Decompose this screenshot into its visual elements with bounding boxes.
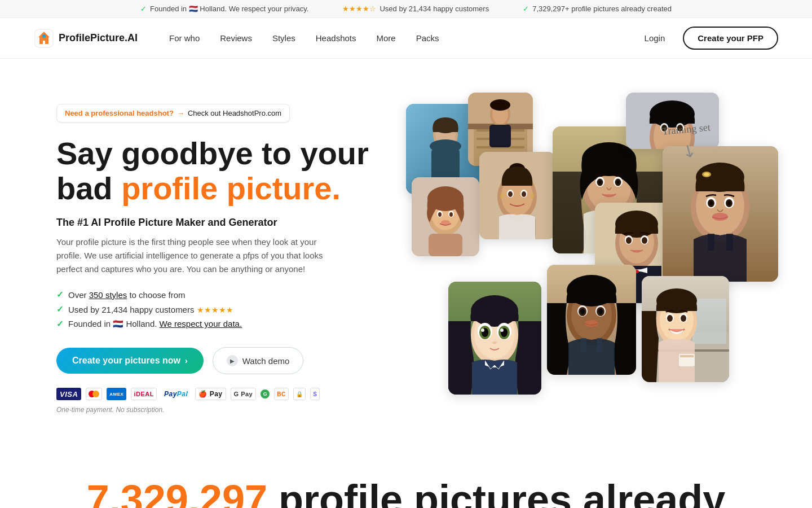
nav-more[interactable]: More (368, 29, 405, 47)
portrait-11 (642, 276, 729, 382)
feature-text-2: Used by 21,434 happy customers ★★★★★ (68, 305, 233, 314)
portrait-3 (412, 177, 479, 256)
privacy-link[interactable]: We respect your data. (160, 319, 242, 329)
navigation: ProfilePicture.AI For who Reviews Styles… (0, 18, 812, 59)
svg-point-49 (599, 181, 602, 184)
svg-point-120 (681, 315, 686, 322)
announcement-bar[interactable]: Need a professional headshot? → Check ou… (56, 104, 290, 122)
svg-rect-109 (597, 338, 602, 352)
svg-rect-122 (680, 355, 694, 357)
cta-row: Create your pictures now › ▶ Watch demo (56, 347, 372, 374)
hero-description: Your profile picture is the first thing … (56, 235, 338, 276)
feature-text-1: Over 350 styles to choose from (68, 290, 186, 300)
svg-point-65 (626, 237, 632, 244)
feature-text-3: Founded in 🇳🇱 Holland. We respect your d… (68, 319, 242, 329)
google-pay-badge: G Pay (231, 388, 257, 400)
cta-primary-button[interactable]: Create your pictures now › (56, 348, 204, 374)
svg-point-96 (492, 341, 497, 344)
amex-badge: AMEX (107, 388, 126, 400)
banner-item-1: ✓ Founded in 🇳🇱 Holland. We respect your… (140, 5, 308, 13)
apple-pay-badge: 🍎 Pay (195, 388, 226, 400)
banner-text-1: Founded in 🇳🇱 Holland. We respect your p… (150, 5, 308, 13)
svg-rect-82 (708, 234, 714, 251)
svg-rect-28 (429, 234, 462, 256)
feature-list: ✓ Over 350 styles to choose from ✓ Used … (56, 290, 372, 329)
svg-point-119 (667, 315, 673, 322)
cta-arrow: › (185, 356, 188, 365)
svg-point-34 (500, 193, 504, 199)
feature-item-2: ✓ Used by 21,434 happy customers ★★★★★ (56, 304, 372, 314)
check-icon-1: ✓ (140, 5, 147, 13)
svg-point-66 (642, 237, 647, 244)
nav-packs[interactable]: Packs (407, 29, 448, 47)
image-mosaic: Training set ↙ (406, 93, 778, 420)
logo[interactable]: ProfilePicture.AI (34, 28, 138, 49)
portrait-6 (626, 93, 719, 149)
feature-item-3: ✓ Founded in 🇳🇱 Holland. We respect your… (56, 319, 372, 329)
svg-point-27 (441, 220, 450, 225)
svg-point-39 (522, 191, 526, 197)
cta-secondary-button[interactable]: ▶ Watch demo (213, 347, 304, 374)
g-badge: G (261, 389, 270, 398)
svg-point-106 (598, 309, 603, 314)
paypal-badge: PayPal (161, 388, 191, 400)
banner-text-2: Used by 21,434 happy customers (379, 5, 489, 13)
portrait-8-svg (663, 146, 778, 282)
announcement-text: Check out HeadshotPro.com (188, 109, 281, 117)
styles-link[interactable]: 350 styles (89, 290, 127, 300)
nav-for-who[interactable]: For who (160, 29, 209, 47)
top-banner: ✓ Founded in 🇳🇱 Holland. We respect your… (0, 0, 812, 18)
svg-point-79 (709, 202, 713, 205)
svg-point-18 (490, 99, 510, 111)
svg-point-2 (42, 34, 46, 38)
announcement-highlight: Need a professional headshot? (65, 109, 174, 117)
svg-point-107 (585, 320, 598, 327)
payment-methods: VISA AMEX iDEAL PayPal 🍎 Pay G Pay G BC … (56, 388, 372, 400)
svg-point-25 (438, 212, 442, 217)
check-icon-f2: ✓ (56, 304, 64, 314)
banner-stars: ★★★★☆ (342, 5, 376, 13)
svg-point-94 (481, 329, 484, 332)
cta-secondary-label: Watch demo (242, 356, 290, 366)
hero-title: Say goodbye to your bad profile picture. (56, 136, 372, 205)
nav-styles[interactable]: Styles (263, 29, 304, 47)
stripe-badge: S (310, 388, 320, 400)
nav-reviews[interactable]: Reviews (211, 29, 261, 47)
portrait-8 (663, 146, 778, 282)
announcement-arrow: → (177, 109, 184, 117)
check-icon-3: ✓ (523, 5, 529, 13)
svg-point-105 (580, 309, 585, 314)
stats-number: 7,329,297 (87, 477, 267, 508)
cta-primary-label: Create your pictures now (72, 356, 180, 366)
check-icon-f1: ✓ (56, 290, 64, 300)
svg-point-95 (500, 329, 504, 332)
paysafe-badge: 🔒 (293, 388, 306, 400)
svg-point-81 (712, 213, 728, 221)
play-icon: ▶ (227, 355, 238, 366)
hero-subtitle: The #1 AI Profile Picture Maker and Gene… (56, 217, 372, 229)
portrait-10 (547, 265, 636, 375)
stats-text: profile pictures already (267, 477, 725, 508)
banner-item-2: ★★★★☆ Used by 21,434 happy customers (342, 5, 489, 13)
logo-text: ProfilePicture.AI (59, 32, 138, 44)
portrait-9 (448, 282, 541, 395)
create-pfp-button[interactable]: Create your PFP (683, 27, 778, 50)
hero-title-line2-start: bad (56, 170, 121, 206)
svg-point-35 (531, 193, 534, 199)
svg-rect-83 (726, 234, 733, 251)
nav-headshots[interactable]: Headshots (307, 29, 365, 47)
hero-title-accent: profile picture. (121, 170, 341, 206)
nav-links: For who Reviews Styles Headshots More Pa… (160, 29, 636, 47)
portrait-4-svg (479, 152, 555, 239)
login-button[interactable]: Login (636, 29, 674, 47)
hero-section: Need a professional headshot? → Check ou… (0, 59, 812, 454)
portrait-10-svg (547, 265, 636, 375)
svg-point-7 (430, 139, 461, 153)
banner-item-3: ✓ 7,329,297+ profile pictures already cr… (523, 5, 672, 13)
svg-rect-108 (581, 338, 586, 352)
one-time-text: One-time payment. No subscription. (56, 406, 372, 414)
check-icon-f3: ✓ (56, 319, 64, 329)
nav-actions: Login Create your PFP (636, 27, 778, 50)
banner-text-3: 7,329,297+ profile pictures already crea… (532, 5, 672, 13)
feature-item-1: ✓ Over 350 styles to choose from (56, 290, 372, 300)
